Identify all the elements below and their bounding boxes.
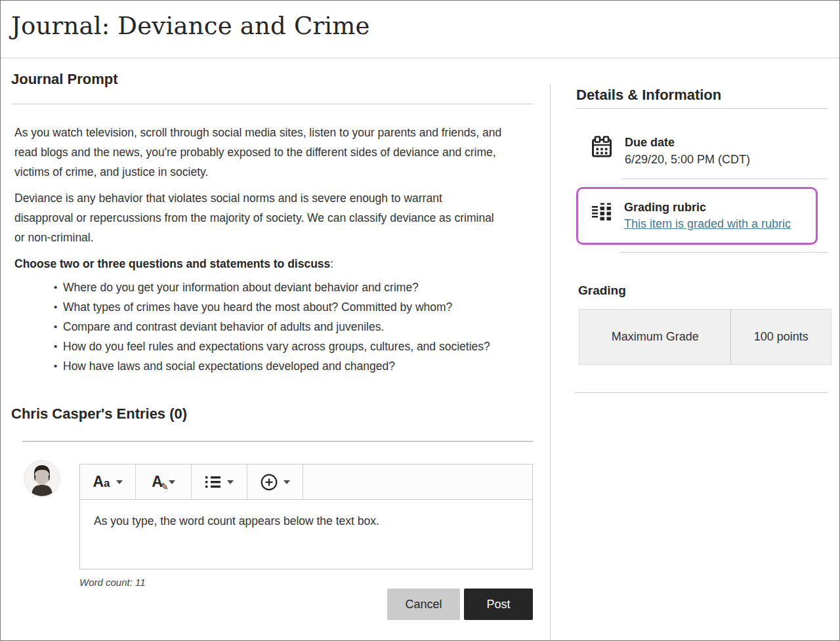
post-button[interactable]: Post <box>464 589 533 620</box>
sidebar-divider <box>575 392 828 393</box>
rubric-label: Grading rubric <box>624 200 791 215</box>
list-item: How have laws and social expectations de… <box>63 356 503 376</box>
journal-page: Journal: Deviance and Crime Journal Prom… <box>0 0 840 641</box>
content-divider <box>550 85 551 640</box>
insert-content-button[interactable] <box>247 465 303 499</box>
max-grade-label: Maximum Grade <box>579 310 730 364</box>
prompt-paragraph: As you watch television, scroll through … <box>14 123 503 182</box>
font-appearance-button[interactable]: A✎ <box>136 465 192 499</box>
due-date-row: Due date 6/29/20, 5:00 PM (CDT) <box>576 135 828 167</box>
page-title: Journal: Deviance and Crime <box>1 1 839 40</box>
sidebar-divider <box>623 178 828 179</box>
due-date-value: 6/29/20, 5:00 PM (CDT) <box>625 152 750 167</box>
prompt-body: As you watch television, scroll through … <box>11 123 534 376</box>
grading-table: Maximum Grade 100 points <box>579 309 831 365</box>
avatar-photo <box>24 460 60 497</box>
due-date-text: Due date 6/29/20, 5:00 PM (CDT) <box>625 135 750 167</box>
due-date-label: Due date <box>625 135 750 150</box>
prompt-discussion-lead: Choose two or three questions and statem… <box>14 254 503 274</box>
chevron-down-icon <box>227 480 234 484</box>
chevron-down-icon <box>169 480 175 484</box>
details-heading-divider <box>576 108 828 109</box>
text-style-icon: Aa <box>93 474 110 489</box>
chevron-down-icon <box>116 480 123 484</box>
entry-compose-row: Aa A✎ <box>11 460 534 620</box>
text-editor: Aa A✎ <box>79 464 533 569</box>
grading-heading: Grading <box>578 283 828 299</box>
font-appearance-icon: A✎ <box>152 474 163 489</box>
list-format-icon <box>205 476 221 488</box>
list-format-button[interactable] <box>192 465 247 499</box>
word-count-label: Word count: 11 <box>79 577 533 589</box>
list-item: What types of crimes have you heard the … <box>63 297 503 317</box>
prompt-paragraph: Deviance is any behavior that violates s… <box>14 188 503 247</box>
journal-prompt-heading: Journal Prompt <box>11 70 534 89</box>
cancel-button[interactable]: Cancel <box>387 589 460 620</box>
pencil-icon: ✎ <box>160 482 169 491</box>
plus-circle-icon <box>261 474 278 491</box>
avatar <box>24 460 60 497</box>
page-header: Journal: Deviance and Crime <box>1 1 839 58</box>
list-item: Compare and contrast deviant behavior of… <box>63 317 503 337</box>
text-style-button[interactable]: Aa <box>80 465 136 499</box>
toolbar-spacer <box>303 465 532 499</box>
max-grade-value: 100 points <box>730 310 831 364</box>
entry-text-input[interactable]: As you type, the word count appears belo… <box>80 500 532 569</box>
entries-heading: Chris Casper's Entries (0) <box>11 405 534 423</box>
rubric-icon <box>589 200 613 232</box>
details-sidebar: Details & Information Due date <box>576 86 828 393</box>
entry-editor-wrap: Aa A✎ <box>79 460 533 620</box>
sidebar-divider <box>620 252 828 253</box>
chevron-down-icon <box>284 480 290 484</box>
calendar-icon <box>590 135 614 167</box>
prompt-heading-divider <box>11 104 534 104</box>
grading-rubric-callout: Grading rubric This item is graded with … <box>576 187 818 245</box>
prompt-question-list: Where do you get your information about … <box>14 278 503 376</box>
prompt-discussion-lead-colon: : <box>330 257 333 270</box>
list-item: Where do you get your information about … <box>63 278 503 297</box>
details-heading: Details & Information <box>576 86 828 104</box>
list-item: How do you feel rules and expectations v… <box>63 337 503 356</box>
rubric-link[interactable]: This item is graded with a rubric <box>624 216 791 232</box>
journal-prompt-section: Journal Prompt As you watch television, … <box>11 70 534 620</box>
entries-divider <box>22 441 534 442</box>
prompt-discussion-lead-bold: Choose two or three questions and statem… <box>14 257 330 270</box>
editor-actions: Cancel Post <box>79 589 533 620</box>
editor-toolbar: Aa A✎ <box>80 465 532 500</box>
rubric-text: Grading rubric This item is graded with … <box>624 200 791 232</box>
